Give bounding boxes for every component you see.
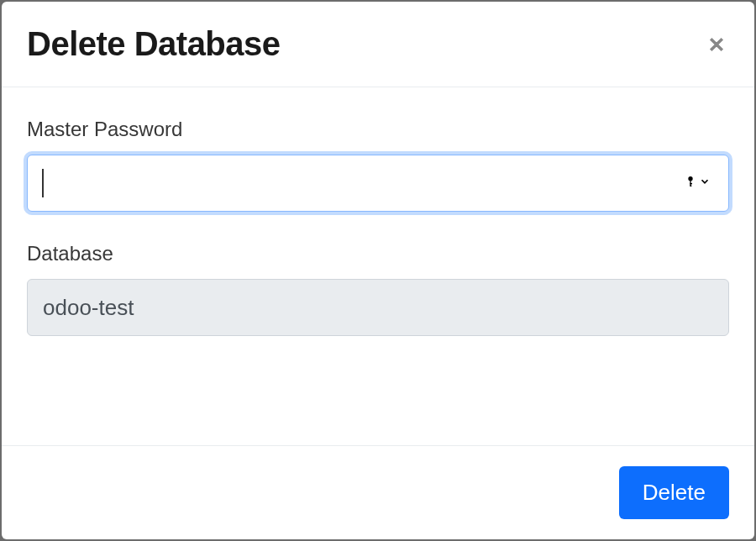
- master-password-group: Master Password: [27, 118, 729, 212]
- modal-title: Delete Database: [27, 25, 281, 63]
- text-caret: [42, 169, 44, 197]
- database-input: odoo-test: [27, 279, 729, 336]
- delete-button[interactable]: Delete: [619, 466, 729, 519]
- svg-rect-2: [690, 183, 692, 184]
- delete-database-modal: Delete Database Master Password: [2, 2, 754, 539]
- svg-point-0: [688, 176, 692, 181]
- close-icon[interactable]: [704, 32, 729, 57]
- key-icon: [684, 175, 697, 192]
- master-password-label: Master Password: [27, 118, 729, 141]
- master-password-input[interactable]: [27, 155, 729, 212]
- database-label: Database: [27, 242, 729, 265]
- database-group: Database odoo-test: [27, 242, 729, 336]
- modal-footer: Delete: [2, 445, 754, 539]
- database-value: odoo-test: [43, 295, 134, 321]
- chevron-down-icon: [699, 176, 711, 191]
- password-input-wrapper: [27, 155, 729, 212]
- svg-rect-3: [690, 186, 691, 186]
- modal-header: Delete Database: [2, 2, 754, 87]
- modal-body: Master Password: [2, 87, 754, 445]
- password-manager-icon[interactable]: [684, 175, 711, 192]
